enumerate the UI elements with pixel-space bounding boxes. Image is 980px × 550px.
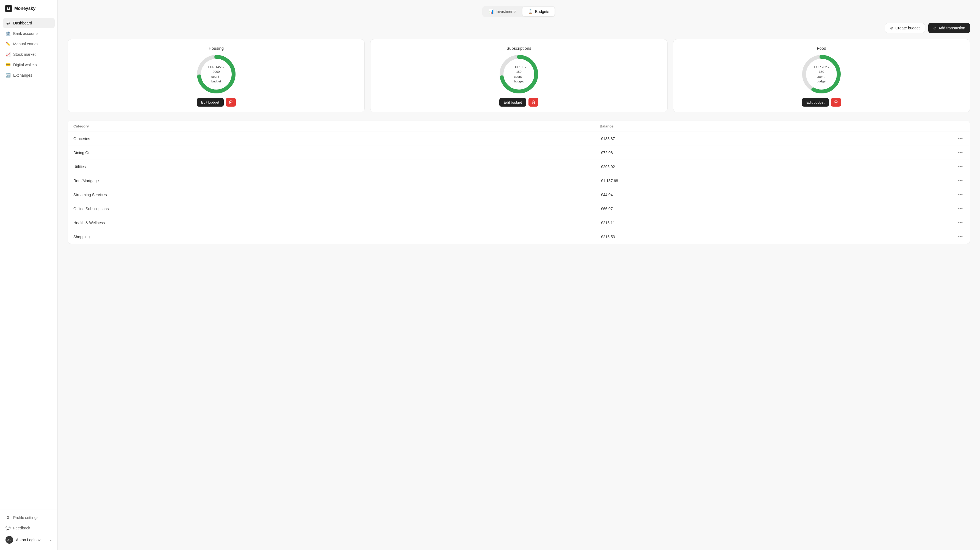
stock-market-icon: 📈 bbox=[5, 52, 10, 57]
sidebar-item-label: Profile settings bbox=[13, 515, 38, 520]
investments-tab-icon: 📊 bbox=[488, 9, 494, 14]
tabs-group: 📊Investments📋Budgets bbox=[482, 6, 556, 17]
donut-label-line1: EUR 202 - 350 bbox=[812, 65, 831, 75]
card-title: Subscriptions bbox=[506, 46, 531, 51]
row-actions-button[interactable]: ••• bbox=[956, 206, 964, 212]
donut-label-line2: spent - budget bbox=[207, 74, 226, 84]
cell-balance: -€296.92 bbox=[600, 165, 951, 169]
budget-card-subscriptions: Subscriptions EUR 108 - 150 spent - budg… bbox=[370, 39, 667, 112]
cell-actions: ••• bbox=[951, 136, 964, 142]
user-name: Anton Loginov bbox=[16, 537, 47, 542]
bank-accounts-icon: 🏦 bbox=[5, 31, 10, 36]
edit-budget-button[interactable]: Edit budget bbox=[500, 98, 526, 107]
investments-tab-label: Investments bbox=[496, 10, 516, 14]
cell-actions: ••• bbox=[951, 192, 964, 198]
sidebar: M Moneysky ◎Dashboard🏦Bank accounts✏️Man… bbox=[0, 0, 58, 550]
cell-actions: ••• bbox=[951, 220, 964, 226]
table-row: Shopping -€216.53 ••• bbox=[68, 230, 970, 244]
delete-budget-button[interactable] bbox=[226, 98, 236, 107]
column-header-category: Category bbox=[73, 124, 600, 128]
sidebar-item-label: Feedback bbox=[13, 526, 30, 530]
donut-center-text: EUR 1456 - 2000 spent - budget bbox=[207, 65, 226, 84]
sidebar-item-feedback[interactable]: 💬Feedback bbox=[3, 523, 55, 533]
budget-card-food: Food EUR 202 - 350 spent - budget Edit b… bbox=[673, 39, 970, 112]
add-transaction-label: Add transaction bbox=[939, 26, 965, 30]
table-body: Groceries -€133.87 ••• Dining Out -€72.0… bbox=[68, 132, 970, 244]
donut-center-text: EUR 202 - 350 spent - budget bbox=[812, 65, 831, 84]
sidebar-item-exchanges[interactable]: 🔄Exchanges bbox=[3, 70, 55, 80]
table-row: Utilities -€296.92 ••• bbox=[68, 160, 970, 174]
table-row: Groceries -€133.87 ••• bbox=[68, 132, 970, 146]
sidebar-item-label: Bank accounts bbox=[13, 31, 38, 36]
manual-entries-icon: ✏️ bbox=[5, 41, 10, 46]
budgets-tab-icon: 📋 bbox=[528, 9, 533, 14]
exchanges-icon: 🔄 bbox=[5, 73, 10, 78]
cell-balance: -€72.08 bbox=[600, 151, 951, 155]
sidebar-item-dashboard[interactable]: ◎Dashboard bbox=[3, 18, 55, 28]
edit-budget-button[interactable]: Edit budget bbox=[802, 98, 829, 107]
table-row: Rent/Mortgage -€1,187.68 ••• bbox=[68, 174, 970, 188]
cell-category: Dining Out bbox=[73, 151, 600, 155]
donut-label-line2: spent - budget bbox=[812, 74, 831, 84]
row-actions-button[interactable]: ••• bbox=[956, 192, 964, 198]
sidebar-item-label: Digital wallets bbox=[13, 63, 37, 67]
cell-balance: -€1,187.68 bbox=[600, 178, 951, 183]
tab-budgets[interactable]: 📋Budgets bbox=[522, 7, 555, 16]
delete-budget-button[interactable] bbox=[528, 98, 538, 107]
profile-settings-icon: ⚙ bbox=[5, 515, 10, 520]
card-title: Housing bbox=[208, 46, 224, 51]
sidebar-item-label: Exchanges bbox=[13, 73, 32, 78]
sidebar-bottom: ⚙Profile settings💬Feedback AL Anton Logi… bbox=[0, 510, 57, 550]
card-actions: Edit budget bbox=[500, 98, 538, 107]
avatar: AL bbox=[5, 536, 13, 544]
dashboard-icon: ◎ bbox=[5, 21, 10, 25]
app-logo: M Moneysky bbox=[0, 0, 57, 18]
main-content: 📊Investments📋Budgets ⊕ Create budget ⊕ A… bbox=[58, 0, 980, 550]
donut-chart: EUR 1456 - 2000 spent - budget bbox=[197, 55, 235, 94]
cell-category: Rent/Mortgage bbox=[73, 178, 600, 183]
cell-category: Shopping bbox=[73, 235, 600, 239]
row-actions-button[interactable]: ••• bbox=[956, 234, 964, 240]
donut-label-line2: spent - budget bbox=[509, 74, 528, 84]
feedback-icon: 💬 bbox=[5, 526, 10, 531]
delete-budget-button[interactable] bbox=[831, 98, 841, 107]
user-row[interactable]: AL Anton Loginov ⌄ bbox=[3, 534, 55, 546]
trash-icon bbox=[229, 100, 233, 104]
budget-table: Category Balance Groceries -€133.87 ••• … bbox=[68, 121, 970, 244]
row-actions-button[interactable]: ••• bbox=[956, 178, 964, 184]
table-row: Streaming Services -€44.04 ••• bbox=[68, 188, 970, 202]
create-budget-icon: ⊕ bbox=[890, 26, 893, 30]
create-budget-button[interactable]: ⊕ Create budget bbox=[885, 23, 925, 33]
cell-balance: -€216.53 bbox=[600, 235, 951, 239]
create-budget-label: Create budget bbox=[896, 26, 920, 30]
donut-chart: EUR 108 - 150 spent - budget bbox=[500, 55, 538, 94]
edit-budget-button[interactable]: Edit budget bbox=[197, 98, 224, 107]
row-actions-button[interactable]: ••• bbox=[956, 164, 964, 170]
tab-investments[interactable]: 📊Investments bbox=[483, 7, 522, 16]
add-transaction-icon: ⊕ bbox=[933, 26, 937, 30]
sidebar-item-profile-settings[interactable]: ⚙Profile settings bbox=[3, 513, 55, 523]
row-actions-button[interactable]: ••• bbox=[956, 150, 964, 156]
sidebar-item-label: Manual entries bbox=[13, 42, 38, 46]
table-row: Health & Wellness -€216.11 ••• bbox=[68, 216, 970, 230]
row-actions-button[interactable]: ••• bbox=[956, 136, 964, 142]
table-row: Online Subscriptions -€66.07 ••• bbox=[68, 202, 970, 216]
donut-center-text: EUR 108 - 150 spent - budget bbox=[509, 65, 528, 84]
sidebar-item-stock-market[interactable]: 📈Stock market bbox=[3, 49, 55, 59]
donut-label-line1: EUR 1456 - 2000 bbox=[207, 65, 226, 75]
add-transaction-button[interactable]: ⊕ Add transaction bbox=[928, 23, 970, 33]
nav-items: ◎Dashboard🏦Bank accounts✏️Manual entries… bbox=[0, 18, 57, 510]
logo-icon: M bbox=[5, 5, 12, 12]
cell-category: Groceries bbox=[73, 137, 600, 141]
cell-balance: -€44.04 bbox=[600, 192, 951, 197]
sidebar-item-bank-accounts[interactable]: 🏦Bank accounts bbox=[3, 29, 55, 38]
budget-cards: Housing EUR 1456 - 2000 spent - budget E… bbox=[68, 39, 970, 112]
sidebar-item-digital-wallets[interactable]: 💳Digital wallets bbox=[3, 60, 55, 70]
trash-icon bbox=[834, 100, 838, 104]
column-header-actions bbox=[951, 124, 964, 128]
row-actions-button[interactable]: ••• bbox=[956, 220, 964, 226]
cell-category: Online Subscriptions bbox=[73, 207, 600, 211]
cell-category: Utilities bbox=[73, 165, 600, 169]
sidebar-item-manual-entries[interactable]: ✏️Manual entries bbox=[3, 39, 55, 49]
cell-actions: ••• bbox=[951, 206, 964, 212]
